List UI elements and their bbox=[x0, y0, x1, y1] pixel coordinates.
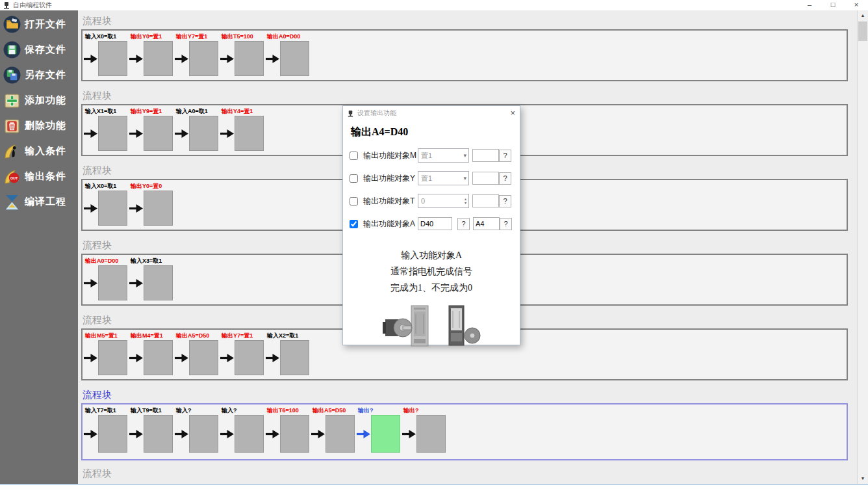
flow-block-box[interactable] bbox=[144, 191, 173, 226]
sidebar-button-output-condition[interactable]: OUT输出条件 bbox=[0, 164, 78, 189]
dialog-titlebar[interactable]: 设置输出功能 × bbox=[343, 106, 520, 120]
flow-block-box[interactable] bbox=[144, 415, 173, 453]
value-input[interactable] bbox=[418, 217, 452, 230]
help-button[interactable]: ? bbox=[499, 150, 511, 162]
sidebar-button-save-file[interactable]: 保存文件 bbox=[0, 37, 78, 62]
output-object-checkbox[interactable] bbox=[350, 174, 358, 183]
help-button[interactable]: ? bbox=[499, 195, 511, 207]
flow-block-box[interactable] bbox=[98, 191, 127, 226]
flow-block[interactable]: 输入X0=取1 bbox=[84, 182, 129, 230]
flow-block-box[interactable] bbox=[326, 415, 355, 453]
flow-block[interactable]: 输出Y4=置1 bbox=[220, 107, 266, 155]
flow-block[interactable]: 输入X0=取1 bbox=[84, 33, 129, 80]
flow-block-box[interactable] bbox=[98, 415, 127, 453]
sidebar-button-save-as-file[interactable]: 另存文件 bbox=[0, 62, 78, 88]
flow-block-box[interactable] bbox=[235, 340, 264, 375]
flow-block-box[interactable] bbox=[235, 41, 264, 76]
vertical-scrollbar[interactable]: ▲ ▼ bbox=[857, 10, 868, 484]
function-select[interactable]: 置1▾ bbox=[418, 148, 469, 163]
flow-block-label: 输出Y4=置1 bbox=[220, 107, 266, 116]
flow-block-box[interactable] bbox=[235, 116, 264, 151]
flow-block[interactable]: 输出T6=100 bbox=[266, 406, 311, 459]
arrow-icon bbox=[84, 278, 98, 289]
flow-block-box[interactable] bbox=[189, 41, 218, 76]
address-input[interactable] bbox=[472, 172, 499, 185]
flow-block-box[interactable] bbox=[98, 41, 127, 76]
flow-block[interactable]: 输入X2=取1 bbox=[266, 332, 311, 379]
sidebar-button-compile-project[interactable]: 编译工程 bbox=[0, 189, 78, 215]
flow-block-box[interactable] bbox=[144, 340, 173, 375]
output-object-checkbox[interactable] bbox=[350, 152, 358, 160]
flow-block[interactable]: 输入T9=取1 bbox=[129, 406, 175, 459]
flow-block[interactable]: 输出Y7=置1 bbox=[220, 332, 266, 379]
flow-block[interactable]: 输入X1=取1 bbox=[84, 107, 129, 155]
address-input[interactable] bbox=[472, 194, 499, 207]
flow-block[interactable]: 输出Y7=置1 bbox=[175, 33, 220, 80]
scrollbar-thumb[interactable] bbox=[858, 21, 867, 41]
flow-row-title: 流程块 bbox=[81, 384, 848, 403]
flow-block-box[interactable] bbox=[235, 415, 264, 453]
output-object-checkbox[interactable] bbox=[350, 197, 358, 206]
flow-block-box[interactable] bbox=[280, 41, 309, 76]
flow-block[interactable]: 输出T5=100 bbox=[220, 33, 266, 80]
flow-block[interactable]: 输出M4=置1 bbox=[129, 332, 175, 379]
output-object-checkbox[interactable] bbox=[350, 220, 358, 228]
flow-block-box[interactable] bbox=[98, 340, 127, 375]
flow-block[interactable]: 输入X3=取1 bbox=[129, 257, 175, 304]
flow-block-box[interactable] bbox=[280, 340, 309, 375]
dialog-row: 输出功能对象M置1▾? bbox=[350, 148, 513, 163]
flow-block[interactable]: 输出? bbox=[357, 406, 402, 459]
flow-block[interactable]: 输入A0=取1 bbox=[175, 107, 220, 155]
address-input[interactable] bbox=[472, 149, 499, 162]
flow-block[interactable]: 输入T7=取1 bbox=[84, 406, 129, 459]
flow-block-box[interactable] bbox=[98, 265, 127, 300]
help-button[interactable]: ? bbox=[457, 218, 470, 230]
help-button[interactable]: ? bbox=[500, 218, 512, 230]
minimize-button[interactable]: – bbox=[798, 0, 821, 10]
flow-block[interactable]: 输入? bbox=[220, 406, 266, 459]
function-select[interactable]: 置1▾ bbox=[418, 171, 469, 185]
close-button[interactable]: × bbox=[845, 0, 868, 10]
flow-block-box[interactable] bbox=[416, 415, 446, 453]
flow-row[interactable]: 流程块输入T7=取1输入T9=取1输入?输入?输出T6=100输出A5=D50输… bbox=[78, 384, 857, 460]
flow-block-label: 输入T9=取1 bbox=[129, 406, 175, 415]
sidebar-button-add-function[interactable]: 添加功能 bbox=[0, 88, 78, 113]
flow-block-box[interactable] bbox=[144, 41, 173, 76]
scroll-down-icon[interactable]: ▼ bbox=[858, 473, 868, 484]
flow-block-box[interactable] bbox=[189, 340, 218, 375]
flow-row-title: 流程块 bbox=[81, 464, 848, 482]
flow-block-box[interactable] bbox=[98, 116, 127, 151]
flow-block[interactable]: 输出Y9=置1 bbox=[129, 107, 175, 155]
flow-block[interactable]: 输出A0=D00 bbox=[84, 257, 129, 304]
sidebar-button-delete-function[interactable]: 删除功能 bbox=[0, 113, 78, 139]
dialog-close-icon[interactable]: × bbox=[510, 109, 515, 118]
sidebar-button-input-condition[interactable]: 输入条件 bbox=[0, 139, 78, 164]
sidebar-button-label: 编译工程 bbox=[25, 196, 66, 208]
flow-block-box[interactable] bbox=[189, 415, 218, 453]
flow-block-box[interactable] bbox=[144, 265, 173, 300]
address-input[interactable] bbox=[473, 217, 500, 230]
flow-row[interactable]: 流程块输入X0=取1输出Y0=置1输出Y7=置1输出T5=100输出A0=D00 bbox=[78, 10, 857, 81]
sidebar-button-open-file[interactable]: 打开文件 bbox=[0, 12, 78, 37]
flow-block[interactable]: 输出A0=D00 bbox=[266, 33, 311, 80]
flow-block[interactable]: 输出Y0=置0 bbox=[129, 182, 175, 230]
number-spinner[interactable]: 0▴▾ bbox=[418, 194, 469, 208]
help-button[interactable]: ? bbox=[499, 172, 511, 185]
dialog-info: 输入功能对象A通常指电机完成信号完成为1、不完成为0 bbox=[343, 247, 520, 296]
scroll-up-icon[interactable]: ▲ bbox=[858, 10, 868, 21]
flow-block[interactable]: 输出? bbox=[402, 406, 448, 459]
flow-block-box[interactable] bbox=[371, 415, 400, 453]
flow-block-box[interactable] bbox=[280, 415, 309, 453]
arrow-icon bbox=[357, 429, 371, 440]
flow-block[interactable]: 输出A5=D50 bbox=[311, 406, 357, 459]
sidebar-button-label: 删除功能 bbox=[25, 120, 66, 132]
spinner-arrows-icon[interactable]: ▴▾ bbox=[465, 197, 466, 205]
flow-block[interactable]: 输出M5=置1 bbox=[84, 332, 129, 379]
flow-block-box[interactable] bbox=[144, 116, 173, 151]
flow-block[interactable]: 输出Y0=置1 bbox=[129, 33, 175, 80]
flow-block[interactable]: 输出A5=D50 bbox=[175, 332, 220, 379]
flow-block[interactable]: 输入? bbox=[175, 406, 220, 459]
maximize-button[interactable]: □ bbox=[821, 0, 845, 10]
flow-block-box[interactable] bbox=[189, 116, 218, 151]
arrow-icon bbox=[84, 203, 98, 214]
